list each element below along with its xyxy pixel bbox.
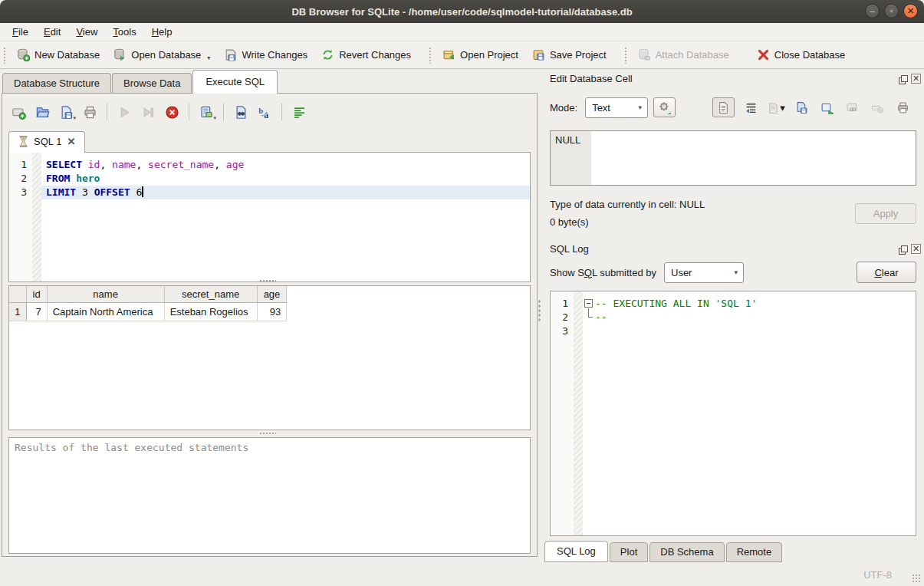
write-changes-button[interactable]: Write Changes [217,45,314,64]
log-line: -- EXECUTING ALL IN 'SQL 1' [595,297,916,311]
toolbar-handle[interactable] [429,47,432,64]
execute-all-icon [117,105,132,120]
save-sql-file-button[interactable]: ▾ [56,102,76,122]
save-project-button[interactable]: Save Project [525,45,613,64]
sql-log-view[interactable]: 123 -- EXECUTING ALL IN 'SQL 1'-- [550,291,916,536]
cell-age[interactable]: 93 [257,302,287,321]
bottom-tab-sql-log[interactable]: SQL Log [544,541,608,562]
sql-code-area[interactable]: SELECT id, name, secret_name, ageFROM he… [41,153,530,281]
find-replace-button[interactable]: ba [255,102,275,122]
fold-line-end [588,311,593,318]
fold-collapse-icon[interactable] [584,299,593,308]
auto-format-button[interactable] [289,102,309,122]
find-button[interactable] [231,102,251,122]
column-header-name[interactable]: name [47,286,164,302]
undock-panel-button[interactable] [897,74,907,84]
open-database-icon [113,48,127,61]
word-wrap-button[interactable] [742,98,760,117]
results-grid: idnamesecret_nameage17Captain North Amer… [8,285,531,430]
panel-splitter[interactable] [538,69,541,563]
close-database-button[interactable]: Close Database [750,45,853,64]
menu-tools[interactable]: Tools [105,24,143,40]
code-token: 3 [76,186,94,198]
chevron-down-icon: ▾ [734,268,738,276]
close-panel-button[interactable] [911,74,921,84]
close-tab-icon[interactable]: ✕ [67,136,75,147]
log-fold-column [583,291,595,535]
tab-execute-sql[interactable]: Execute SQL [192,70,278,94]
splitter-handle[interactable] [259,279,276,282]
clear-button[interactable]: Clear [857,262,916,283]
menu-edit[interactable]: Edit [36,24,68,40]
print-cell-button[interactable] [893,98,912,117]
cell-value-editor[interactable]: NULL [550,130,916,186]
code-line: SELECT id, name, secret_name, age [41,158,530,172]
column-header-secret-name[interactable]: secret_name [164,286,257,302]
submitter-value: User [671,267,692,278]
export-results-button[interactable]: ▾ [196,102,216,122]
grid-corner[interactable] [9,286,26,302]
export-results-dropdown-icon[interactable]: ▾ [213,115,216,121]
execute-all-button [114,102,134,122]
undock-panel-button[interactable] [897,244,907,254]
close-panel-button[interactable] [911,244,921,254]
write-changes-icon [224,48,237,61]
apply-on-type-button[interactable] [653,97,676,117]
code-token: hero [76,173,100,184]
cell-secret-name[interactable]: Esteban Rogelios [164,302,257,321]
revert-changes-button[interactable]: Revert Changes [314,45,418,64]
maximize-button[interactable]: ▫ [884,4,899,18]
cell-value-text: NULL [555,134,580,146]
tab-browse-data[interactable]: Browse Data [112,73,192,94]
code-token: OFFSET [94,186,130,198]
log-text-area[interactable]: -- EXECUTING ALL IN 'SQL 1'-- [595,291,916,535]
cell-name[interactable]: Captain North America [47,302,164,321]
text-mode-button[interactable] [712,97,735,117]
print-icon [83,105,97,120]
close-button[interactable]: ✕ [903,4,918,18]
splitter-handle[interactable] [259,432,276,435]
export-button[interactable] [792,98,811,117]
code-token: 6 [130,186,143,198]
sql-log-dock-header: SQL Log [542,241,924,256]
menu-view[interactable]: View [68,24,105,40]
results-message-box[interactable]: Results of the last executed statements [8,437,531,554]
sql-code-editor[interactable]: 123 SELECT id, name, secret_name, ageFRO… [8,152,531,282]
code-token: , [214,159,226,170]
cell-id[interactable]: 7 [26,302,47,321]
open-sql-file-button[interactable] [32,102,52,122]
new-database-button[interactable]: New Database [10,45,107,64]
open-external-button[interactable] [817,98,836,117]
new-tab-button[interactable] [8,102,28,122]
bottom-tab-remote[interactable]: Remote [726,542,783,562]
find-replace-icon: ba [258,105,272,120]
import-icon [767,101,780,114]
sql-doc-tab[interactable]: SQL 1 ✕ [8,131,85,153]
resize-grip-icon[interactable] [912,574,921,583]
line-number: 1 [9,158,32,172]
toolbar-handle[interactable] [624,47,628,64]
stop-button[interactable] [162,102,182,122]
sql-log-filter-row: Show SQL submitted by User ▾ Clear [550,261,916,284]
tab-database-structure[interactable]: Database Structure [2,73,111,94]
bottom-tab-plot[interactable]: Plot [610,542,648,562]
column-header-age[interactable]: age [257,286,287,302]
row-header[interactable]: 1 [9,302,26,321]
save-sql-dropdown-icon[interactable]: ▾ [73,115,76,121]
open-database-dropdown-icon[interactable]: ▾ [207,54,210,61]
minimize-button[interactable]: – [865,4,880,18]
toolbar-handle[interactable] [3,47,7,64]
code-token: SELECT [46,159,82,170]
column-header-id[interactable]: id [26,286,47,302]
print-button[interactable] [80,102,100,122]
mode-select[interactable]: Text ▾ [585,97,648,118]
code-token [82,159,88,170]
menu-help[interactable]: Help [144,24,180,40]
open-database-button[interactable]: Open Database ▾ [107,45,217,64]
log-line-number: 3 [551,324,574,338]
submitter-select[interactable]: User ▾ [664,262,744,283]
menu-file[interactable]: File [5,24,36,40]
bottom-tab-db-schema[interactable]: DB Schema [649,542,724,562]
code-token: LIMIT [46,186,76,198]
open-project-button[interactable]: Open Project [436,45,525,64]
